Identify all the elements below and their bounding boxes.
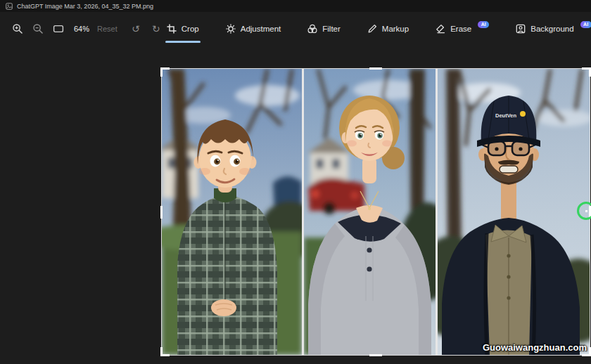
tab-label: Erase (450, 25, 471, 33)
photo-panel-boy (162, 69, 302, 355)
reset-button[interactable]: Reset (97, 25, 117, 33)
tab-label: Crop (182, 25, 199, 33)
cap-logo-text: DeutVen (495, 112, 516, 119)
zoom-tools: 64% Reset ↺ ↻ (8, 20, 165, 38)
editor-canvas: DeutVen Guowaiwangzhuan.com (0, 45, 591, 364)
tab-markup[interactable]: Markup (366, 20, 410, 37)
tab-background[interactable]: Background AI (514, 20, 591, 37)
watermark: Guowaiwangzhuan.com (483, 342, 587, 353)
background-icon (516, 24, 526, 34)
window-title: ChatGPT Image Mar 3, 2026, 04_35_32 PM.p… (17, 3, 153, 10)
fit-to-window-icon (53, 23, 64, 34)
tab-adjustment[interactable]: Adjustment (224, 20, 283, 37)
undo-icon: ↺ (132, 24, 140, 34)
ai-badge: AI (478, 21, 489, 28)
toolbar: 64% Reset ↺ ↻ Crop Adjustment Filter Mar… (0, 12, 591, 45)
tab-filter[interactable]: Filter (306, 20, 342, 37)
crop-icon (167, 24, 177, 34)
tab-label: Markup (382, 25, 409, 33)
zoom-out-icon (32, 23, 44, 34)
markup-icon (367, 24, 377, 34)
tab-crop[interactable]: Crop (165, 20, 201, 37)
erase-icon (436, 24, 445, 34)
ai-badge: AI (580, 21, 591, 28)
fit-to-window-button[interactable] (49, 20, 68, 38)
titlebar: ChatGPT Image Mar 3, 2026, 04_35_32 PM.p… (0, 0, 591, 12)
redo-button[interactable]: ↻ (147, 20, 165, 38)
zoom-out-button[interactable] (29, 20, 47, 38)
filter-icon (307, 24, 317, 34)
tab-label: Background (530, 25, 573, 33)
tab-label: Filter (322, 25, 341, 33)
zoom-in-icon (12, 23, 23, 34)
zoom-in-button[interactable] (8, 20, 27, 38)
photo-panel-woman (304, 69, 436, 355)
photos-editor-window: ChatGPT Image Mar 3, 2026, 04_35_32 PM.p… (0, 0, 591, 364)
crop-selection[interactable]: DeutVen Guowaiwangzhuan.com (162, 69, 590, 355)
adjustment-icon (226, 24, 236, 34)
edit-tabs: Crop Adjustment Filter Markup Erase AI (165, 20, 591, 37)
undo-button[interactable]: ↺ (127, 20, 145, 38)
redo-icon: ↻ (152, 24, 160, 34)
photo-panel-man: DeutVen (438, 69, 590, 355)
cursor-highlight (577, 202, 591, 220)
file-icon (6, 0, 13, 13)
tab-erase[interactable]: Erase AI (434, 20, 490, 37)
tab-label: Adjustment (241, 25, 281, 33)
zoom-level[interactable]: 64% (74, 25, 89, 33)
